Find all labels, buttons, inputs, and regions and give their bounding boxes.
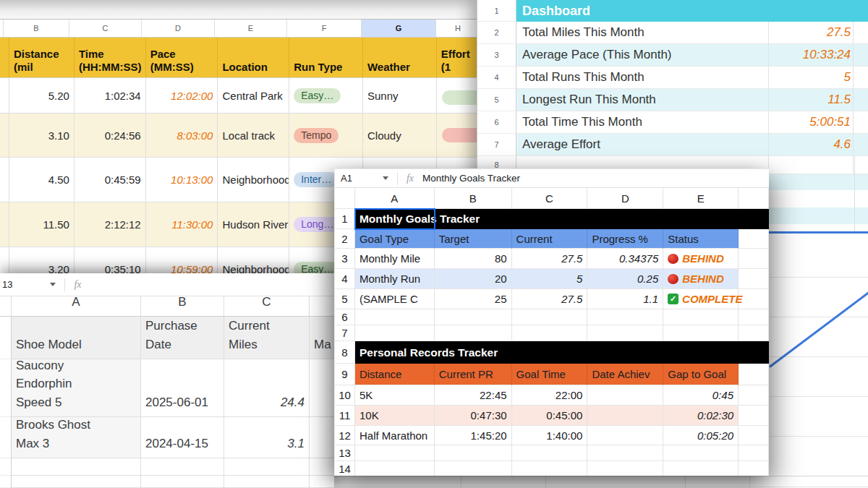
row-number[interactable]: 5 — [335, 289, 355, 309]
cell[interactable] — [310, 476, 334, 488]
cell-target[interactable]: 25 — [435, 289, 512, 309]
column-header-f[interactable] — [739, 188, 769, 209]
row-number[interactable]: 6 — [335, 309, 355, 325]
cell-current[interactable]: 27.5 — [512, 289, 588, 309]
goals-corner-box[interactable] — [335, 188, 355, 209]
cell[interactable] — [739, 249, 769, 269]
cell[interactable] — [435, 445, 512, 461]
log-header-time[interactable]: Time (HH:MM:SS) — [75, 38, 146, 78]
cell[interactable] — [739, 309, 769, 325]
records-header-distance[interactable]: Distance — [355, 364, 435, 385]
metric-value[interactable]: 11.5 — [769, 89, 854, 111]
log-header-location[interactable]: Location — [218, 38, 289, 78]
cell[interactable] — [141, 476, 224, 488]
cell-current-pr[interactable]: 22:45 — [435, 385, 512, 406]
cell[interactable] — [512, 309, 588, 325]
cell[interactable] — [587, 445, 663, 461]
run-type-chip[interactable]: Tempo — [294, 128, 339, 143]
cell[interactable] — [739, 364, 769, 385]
cell-goal-time[interactable]: 0:45:00 — [512, 406, 588, 426]
row-number[interactable]: 13 — [335, 445, 355, 461]
row-number-sliver[interactable] — [0, 476, 12, 488]
cell[interactable] — [12, 458, 141, 476]
cell[interactable] — [739, 406, 769, 426]
column-header-e[interactable]: E — [663, 188, 739, 209]
column-header-c[interactable]: C — [512, 188, 588, 209]
row-number[interactable]: 11 — [335, 406, 355, 426]
cell[interactable] — [141, 458, 224, 476]
cell-current-pr[interactable]: 1:45:20 — [435, 426, 512, 445]
cell-shoe-model[interactable]: Saucony Endorphin Speed 5 — [12, 359, 141, 417]
cell[interactable] — [512, 461, 588, 476]
cell-gap[interactable]: 0:05:20 — [663, 426, 739, 445]
metric-value[interactable]: 5 — [769, 67, 854, 89]
cell-distance[interactable]: 5.20 — [9, 78, 75, 114]
cell[interactable] — [739, 269, 769, 289]
cell-run-type[interactable]: Easy… — [289, 78, 363, 114]
row-number-sliver[interactable] — [0, 458, 12, 476]
cell[interactable] — [512, 445, 588, 461]
column-header-d[interactable] — [310, 296, 334, 317]
goals-header-current[interactable]: Current — [512, 229, 588, 249]
column-header-b[interactable]: B — [4, 20, 69, 38]
records-section-title[interactable]: Personal Records Tracker — [355, 341, 769, 364]
column-header-d[interactable]: D — [142, 20, 215, 38]
cell[interactable] — [435, 325, 512, 341]
cell-weather[interactable]: Cloudy — [363, 114, 437, 158]
shoe-header-max[interactable]: Ma — [310, 317, 334, 359]
cell[interactable] — [663, 445, 739, 461]
cell-weather[interactable]: Sunny — [363, 78, 437, 114]
effort-chip[interactable] — [442, 90, 480, 105]
cell[interactable] — [355, 309, 435, 325]
row-number[interactable]: 3 — [335, 249, 355, 269]
log-header-pace[interactable]: Pace (MM:SS) — [146, 38, 218, 78]
column-header-e[interactable]: E — [215, 20, 287, 38]
cell-current[interactable]: 5 — [512, 269, 588, 289]
cell[interactable] — [739, 385, 769, 406]
column-header-b[interactable]: B — [435, 188, 512, 209]
row-number[interactable]: 5 — [477, 89, 516, 111]
row-number[interactable]: 2 — [477, 22, 516, 44]
dashboard-title[interactable]: Dashboard — [516, 0, 868, 22]
column-header-c[interactable]: C — [224, 296, 310, 317]
cell[interactable] — [224, 458, 310, 476]
row-number[interactable]: 10 — [335, 385, 355, 406]
records-header-gap[interactable]: Gap to Goal — [663, 364, 739, 385]
cell-progress[interactable]: 0.25 — [587, 269, 663, 289]
metric-value[interactable]: 5:00:51 — [769, 111, 854, 134]
cell-purchase-date[interactable]: 2025-06-01 — [141, 359, 224, 417]
row-number[interactable]: 7 — [335, 325, 355, 341]
row-number[interactable]: 1 — [335, 209, 355, 229]
row-number[interactable]: 12 — [335, 426, 355, 445]
row-number[interactable]: 9 — [335, 364, 355, 385]
cell-current-pr[interactable]: 0:47:30 — [435, 406, 512, 426]
cell-sliver[interactable] — [854, 156, 868, 174]
metric-label[interactable]: Total Runs This Month — [516, 67, 769, 89]
cell-time[interactable]: 2:12:12 — [75, 202, 146, 247]
cell-pace[interactable]: 10:13:00 — [146, 158, 218, 202]
cell-location[interactable]: Central Park — [218, 78, 289, 114]
metric-label[interactable]: Average Pace (This Month) — [516, 44, 769, 67]
row-number[interactable]: 7 — [477, 134, 516, 156]
cell-effort[interactable] — [437, 114, 480, 158]
column-header-d[interactable]: D — [587, 188, 663, 209]
cell[interactable] — [224, 476, 310, 488]
cell[interactable] — [355, 445, 435, 461]
goals-header-progress[interactable]: Progress % — [587, 229, 663, 249]
goals-header-status[interactable]: Status — [663, 229, 739, 249]
name-box-dropdown-icon[interactable] — [50, 283, 56, 286]
cell-run-type[interactable]: Tempo — [289, 114, 363, 158]
cell-shoe-model[interactable]: Brooks Ghost Max 3 — [12, 417, 141, 458]
cell[interactable] — [587, 309, 663, 325]
log-header-distance[interactable]: Distance (mil — [9, 38, 75, 78]
metric-label[interactable]: Total Miles This Month — [516, 22, 769, 44]
cell-current-miles[interactable]: 24.4 — [224, 359, 310, 417]
cell-date-achieved[interactable] — [587, 385, 663, 406]
log-header-effort[interactable]: Effort (1 — [437, 38, 480, 78]
cell-pace[interactable]: 8:03:00 — [146, 114, 218, 158]
cell-target[interactable]: 20 — [435, 269, 512, 289]
cell-progress[interactable]: 0.34375 — [587, 249, 663, 269]
cell[interactable] — [739, 229, 769, 249]
metric-label[interactable]: Longest Run This Month — [516, 89, 769, 111]
cell-goal-type[interactable]: Monthly Mile — [355, 249, 435, 269]
